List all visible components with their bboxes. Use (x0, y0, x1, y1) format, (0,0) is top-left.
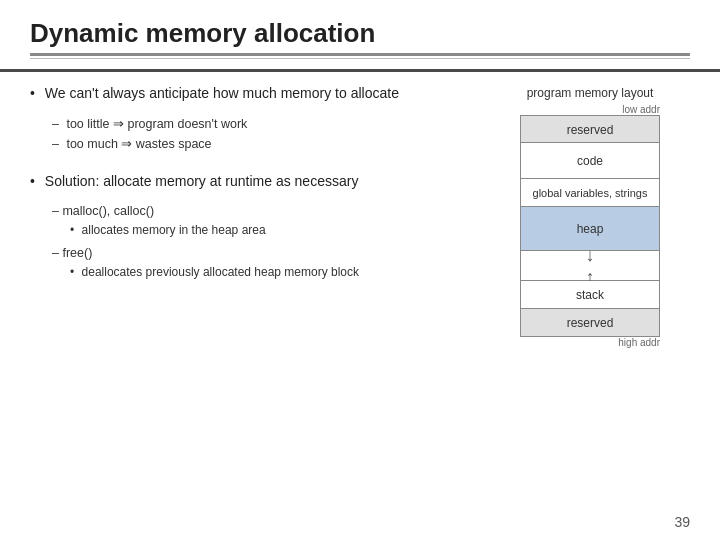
heap-label: heap (577, 222, 604, 236)
bullet-2-text: Solution: allocate memory at runtime as … (45, 173, 359, 189)
title-bar: Dynamic memory allocation (0, 0, 720, 72)
dash-icon-2: – (52, 137, 59, 151)
free-detail: • deallocates previously allocated heap … (70, 263, 460, 281)
too-little-rest: ⇒ program doesn't work (113, 117, 247, 131)
arrow-down-icon: ↓ (586, 244, 595, 266)
page-number: 39 (674, 514, 690, 530)
sub-bullet-malloc: – malloc(), calloc() (52, 201, 460, 221)
free-detail-text: deallocates previously allocated heap me… (82, 265, 359, 279)
right-column: program memory layout low addr reserved … (480, 84, 700, 522)
sub-bullet-too-much: – too much ⇒ wastes space (52, 134, 460, 154)
low-addr-label: low addr (520, 104, 660, 115)
bullet-dot-2: • (30, 173, 35, 189)
mem-block-code: code (520, 143, 660, 179)
title-line-thin (30, 58, 690, 59)
mem-block-reserved-bottom: reserved (520, 309, 660, 337)
title-line-thick (30, 53, 690, 56)
sub-bullet-free: – free() (52, 243, 460, 263)
malloc-label: – malloc(), calloc() (52, 204, 154, 218)
bullet-2: • Solution: allocate memory at runtime a… (30, 172, 460, 192)
dot-icon-1: • (70, 223, 74, 237)
mem-block-stack: stack (520, 281, 660, 309)
reserved-top-label: reserved (567, 123, 614, 137)
bullet-1: • We can't always anticipate how much me… (30, 84, 460, 104)
dot-icon-2: • (70, 265, 74, 279)
dash-icon-1: – (52, 117, 59, 131)
bullet-dot-1: • (30, 85, 35, 101)
sub-bullet-too-little: – too little ⇒ program doesn't work (52, 114, 460, 134)
mem-block-reserved-top: reserved (520, 115, 660, 143)
reserved-bottom-label: reserved (567, 316, 614, 330)
bullet-1-text: We can't always anticipate how much memo… (45, 85, 399, 101)
title-decoration (30, 53, 690, 59)
sub-bullets-1: – too little ⇒ program doesn't work – to… (52, 114, 460, 154)
main-content: • We can't always anticipate how much me… (0, 72, 720, 532)
stack-label: stack (576, 288, 604, 302)
free-label: – free() (52, 246, 92, 260)
sub-bullets-2: – malloc(), calloc() • allocates memory … (52, 201, 460, 281)
left-column: • We can't always anticipate how much me… (30, 84, 460, 522)
high-addr-label: high addr (520, 337, 660, 348)
diagram-title: program memory layout (480, 86, 700, 100)
slide: Dynamic memory allocation • We can't alw… (0, 0, 720, 540)
too-much-label: too much (66, 137, 117, 151)
malloc-detail-text: allocates memory in the heap area (82, 223, 266, 237)
mem-gap-arrows: ↓ ↑ (520, 251, 660, 281)
too-little-label: too little (66, 117, 109, 131)
malloc-detail: • allocates memory in the heap area (70, 221, 460, 239)
code-label: code (577, 154, 603, 168)
mem-block-globals: global variables, strings (520, 179, 660, 207)
too-much-rest: ⇒ wastes space (121, 137, 211, 151)
globals-label: global variables, strings (533, 187, 648, 199)
slide-title: Dynamic memory allocation (30, 18, 690, 49)
memory-diagram: reserved code global variables, strings … (520, 115, 660, 337)
